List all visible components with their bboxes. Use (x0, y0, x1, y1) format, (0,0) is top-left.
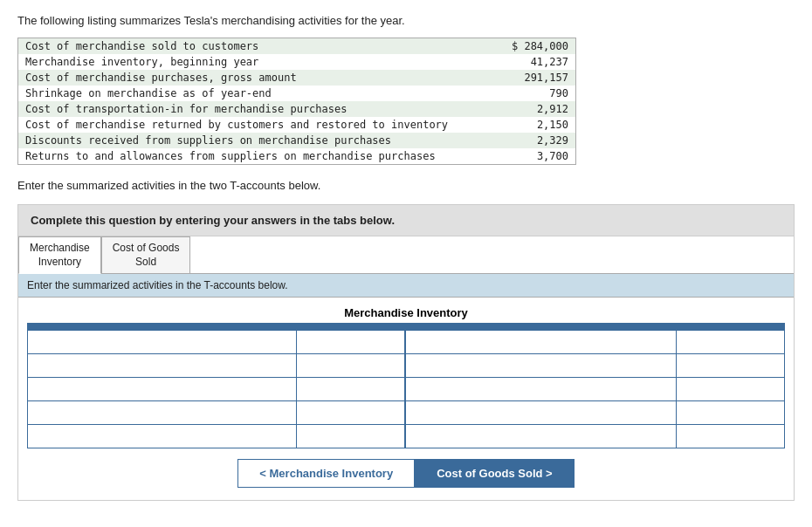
left-half (28, 401, 406, 424)
right-amt-input-1[interactable] (677, 331, 784, 353)
t-account-wrapper (27, 323, 785, 448)
row-label: Cost of merchandise returned by customer… (18, 117, 484, 133)
right-desc-4 (406, 401, 677, 424)
list-item: Discounts received from suppliers on mer… (18, 133, 576, 148)
row-value: 2,329 (483, 133, 576, 148)
list-item: Merchandise inventory, beginning year 41… (18, 54, 576, 70)
t-account-header-left (28, 324, 406, 329)
right-half (406, 425, 784, 448)
row-value: $ 284,000 (483, 38, 576, 55)
tab-cogs-line2: Sold (113, 256, 180, 270)
left-desc-1 (28, 331, 297, 353)
left-amt-input-4[interactable] (297, 401, 404, 424)
tab-instruction: Enter the summarized activities in the T… (18, 274, 794, 298)
left-amt-input-5[interactable] (297, 425, 404, 448)
tab-line2: Inventory (30, 256, 90, 270)
table-row (28, 378, 784, 401)
right-amt-5 (677, 425, 784, 448)
row-label: Cost of merchandise purchases, gross amo… (18, 70, 484, 86)
tabs-container: Merchandise Inventory Cost of Goods Sold… (17, 236, 795, 501)
right-half (406, 331, 784, 353)
left-desc-5 (28, 425, 297, 448)
left-amt-3 (297, 378, 404, 400)
row-label: Cost of transportation-in for merchandis… (18, 101, 484, 117)
t-account-header-row (28, 324, 784, 331)
right-amt-input-4[interactable] (677, 401, 784, 424)
right-desc-5 (406, 425, 677, 448)
right-half (406, 354, 784, 377)
row-value: 41,237 (483, 54, 576, 70)
right-desc-input-3[interactable] (406, 378, 676, 400)
left-desc-input-2[interactable] (28, 354, 296, 377)
right-amt-3 (677, 378, 784, 400)
t-account-area: Merchandise Inventory (18, 298, 794, 500)
right-desc-input-5[interactable] (406, 425, 676, 448)
right-desc-input-1[interactable] (406, 331, 676, 353)
right-desc-input-4[interactable] (406, 401, 676, 424)
left-desc-input-4[interactable] (28, 401, 296, 424)
right-amt-input-3[interactable] (677, 378, 784, 400)
tab-line1: Merchandise (30, 242, 90, 256)
left-desc-2 (28, 354, 297, 377)
right-half (406, 401, 784, 424)
tab-cogs-line1: Cost of Goods (113, 242, 180, 256)
row-value: 2,150 (483, 117, 576, 133)
left-desc-input-5[interactable] (28, 425, 296, 448)
left-half (28, 378, 406, 400)
left-amt-5 (297, 425, 404, 448)
right-half (406, 378, 784, 400)
tabs-row: Merchandise Inventory Cost of Goods Sold (18, 236, 794, 274)
left-desc-input-3[interactable] (28, 378, 296, 400)
data-table: Cost of merchandise sold to customers $ … (17, 38, 576, 165)
question-box: Complete this question by entering your … (17, 204, 795, 236)
right-amt-1 (677, 331, 784, 353)
list-item: Cost of transportation-in for merchandis… (18, 101, 576, 117)
table-row (28, 425, 784, 448)
row-label: Merchandise inventory, beginning year (18, 54, 484, 70)
tab-cost-of-goods-sold[interactable]: Cost of Goods Sold (101, 236, 191, 273)
table-row (28, 354, 784, 378)
right-desc-1 (406, 331, 677, 353)
row-label: Cost of merchandise sold to customers (18, 38, 484, 55)
t-account-title: Merchandise Inventory (27, 306, 785, 319)
row-value: 3,700 (483, 148, 576, 165)
question-box-text: Complete this question by entering your … (31, 214, 395, 227)
prev-button[interactable]: < Merchandise Inventory (237, 459, 415, 488)
left-amt-2 (297, 354, 404, 377)
right-desc-2 (406, 354, 677, 377)
right-desc-input-2[interactable] (406, 354, 676, 377)
enter-instructions: Enter the summarized activities in the t… (17, 179, 795, 192)
row-value: 291,157 (483, 70, 576, 86)
list-item: Shrinkage on merchandise as of year-end … (18, 86, 576, 101)
left-half (28, 354, 406, 377)
right-desc-3 (406, 378, 677, 400)
left-desc-3 (28, 378, 297, 400)
right-amt-input-5[interactable] (677, 425, 784, 448)
left-amt-4 (297, 401, 404, 424)
left-desc-input-1[interactable] (28, 331, 296, 353)
list-item: Cost of merchandise purchases, gross amo… (18, 70, 576, 86)
left-amt-input-2[interactable] (297, 354, 404, 377)
row-label: Returns to and allowances from suppliers… (18, 148, 484, 165)
left-half (28, 425, 406, 448)
row-value: 2,912 (483, 101, 576, 117)
right-amt-2 (677, 354, 784, 377)
right-amt-4 (677, 401, 784, 424)
tab-merchandise-inventory[interactable]: Merchandise Inventory (18, 236, 101, 274)
table-row (28, 401, 784, 425)
intro-text: The following listing summarizes Tesla's… (17, 14, 795, 27)
t-account-header-right (406, 324, 784, 329)
list-item: Returns to and allowances from suppliers… (18, 148, 576, 165)
row-label: Shrinkage on merchandise as of year-end (18, 86, 484, 101)
right-amt-input-2[interactable] (677, 354, 784, 377)
left-half (28, 331, 406, 353)
left-amt-1 (297, 331, 404, 353)
left-amt-input-3[interactable] (297, 378, 404, 400)
list-item: Cost of merchandise sold to customers $ … (18, 38, 576, 55)
nav-buttons: < Merchandise Inventory Cost of Goods So… (27, 459, 785, 488)
row-value: 790 (483, 86, 576, 101)
left-desc-4 (28, 401, 297, 424)
row-label: Discounts received from suppliers on mer… (18, 133, 484, 148)
next-button[interactable]: Cost of Goods Sold > (415, 459, 575, 488)
left-amt-input-1[interactable] (297, 331, 404, 353)
